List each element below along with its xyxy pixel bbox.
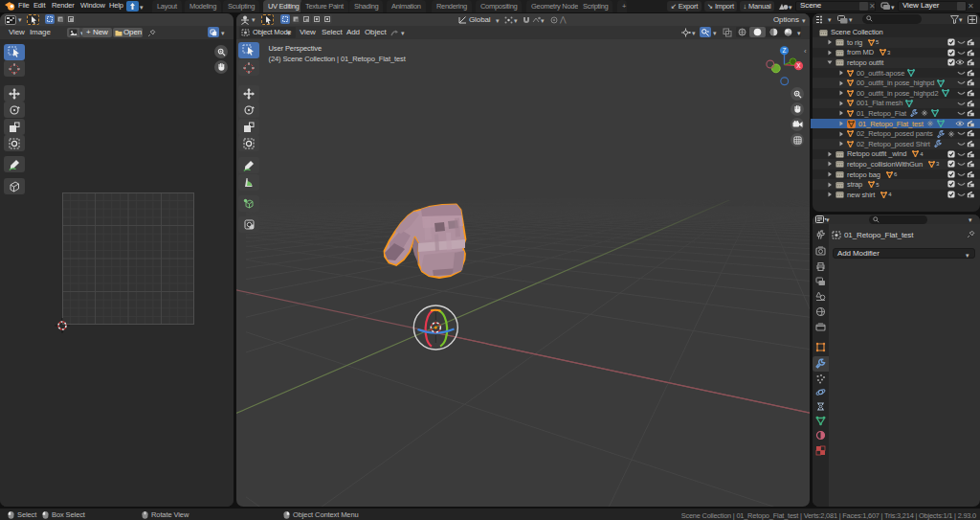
svg-text:X: X xyxy=(796,62,801,69)
svg-text:Z: Z xyxy=(783,47,787,54)
